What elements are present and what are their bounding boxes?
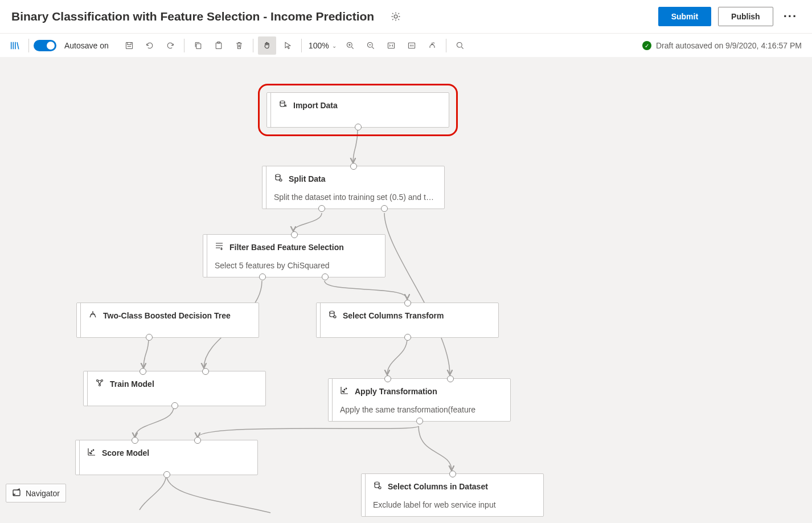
fit-icon[interactable] — [382, 36, 400, 55]
svg-point-12 — [280, 179, 282, 181]
node-title: Filter Based Feature Selection — [229, 243, 344, 252]
graph-icon — [95, 378, 104, 390]
node-train-model[interactable]: Train Model — [83, 371, 266, 406]
node-score-model[interactable]: Score Model — [75, 440, 258, 475]
publish-button[interactable]: Publish — [718, 7, 773, 26]
node-title: Split Data — [289, 174, 326, 183]
database-icon — [278, 100, 288, 111]
node-select-columns-in-dataset[interactable]: Select Columns in Dataset Exclude label … — [361, 473, 544, 517]
save-icon[interactable] — [120, 36, 138, 55]
gear-icon[interactable] — [387, 7, 405, 26]
redo-icon[interactable] — [161, 36, 179, 55]
node-title: Select Columns Transform — [343, 311, 444, 320]
node-title: Score Model — [102, 448, 149, 457]
svg-rect-3 — [216, 43, 222, 48]
svg-point-22 — [89, 452, 91, 453]
svg-rect-2 — [196, 44, 201, 49]
scatter-icon — [340, 386, 349, 397]
svg-point-20 — [346, 388, 347, 389]
svg-point-11 — [276, 174, 280, 177]
svg-point-21 — [343, 391, 345, 393]
node-subtitle: Exclude label for web service input — [370, 500, 535, 509]
navigator-label: Navigator — [26, 489, 60, 498]
header: Binary Classification with Feature Selec… — [0, 0, 812, 33]
node-title: Train Model — [110, 379, 154, 389]
database-gear-icon — [373, 481, 382, 492]
node-title: Select Columns in Dataset — [388, 482, 488, 491]
more-icon[interactable]: ··· — [780, 7, 801, 26]
svg-point-18 — [342, 391, 343, 392]
autolayout-icon[interactable] — [423, 36, 441, 55]
delete-icon[interactable] — [230, 36, 248, 55]
pipeline-canvas[interactable]: Import Data Split Data Split the dataset… — [0, 57, 812, 523]
node-two-class-bdt[interactable]: Two-Class Boosted Decision Tree — [76, 303, 259, 338]
scatter-icon — [87, 447, 96, 459]
node-subtitle: Apply the same transformation(feature — [337, 405, 502, 414]
svg-point-24 — [93, 450, 94, 451]
hand-icon[interactable] — [258, 36, 276, 55]
svg-point-9 — [457, 42, 462, 47]
node-import-data[interactable]: Import Data — [266, 92, 449, 128]
toolbar: Autosave on 100% — [0, 33, 812, 58]
zoom-level[interactable]: 100% ⌄ — [306, 41, 339, 50]
node-split-data[interactable]: Split Data Split the dataset into traini… — [262, 166, 445, 209]
node-apply-transformation[interactable]: Apply Transformation Apply the same tran… — [328, 378, 511, 422]
svg-rect-1 — [126, 42, 132, 48]
header-right: Submit Publish ··· — [658, 7, 801, 26]
page-title: Binary Classification with Feature Selec… — [11, 10, 374, 23]
node-filter-based-feature-selection[interactable]: Filter Based Feature Selection Select 5 … — [203, 234, 386, 277]
actual-size-icon[interactable] — [403, 36, 421, 55]
copy-icon[interactable] — [189, 36, 207, 55]
expand-icon — [12, 488, 21, 499]
svg-point-0 — [394, 15, 397, 18]
svg-point-26 — [375, 482, 379, 484]
svg-point-13 — [330, 311, 334, 313]
svg-point-10 — [280, 101, 285, 103]
zoom-out-icon[interactable] — [362, 36, 380, 55]
svg-point-23 — [91, 451, 92, 452]
zoom-in-icon[interactable] — [341, 36, 359, 55]
tree-icon — [88, 310, 97, 321]
zoom-value: 100% — [309, 41, 329, 50]
svg-rect-7 — [388, 43, 394, 48]
status-text: Draft autosaved on 9/9/2020, 4:16:57 PM — [656, 41, 802, 50]
svg-point-25 — [91, 453, 92, 454]
autosave-label: Autosave on — [64, 41, 109, 50]
submit-button[interactable]: Submit — [658, 7, 711, 26]
svg-point-19 — [344, 389, 345, 390]
check-icon: ✓ — [642, 41, 651, 50]
svg-point-27 — [379, 487, 381, 489]
autosave-toggle[interactable] — [34, 40, 56, 51]
autosave-status: ✓ Draft autosaved on 9/9/2020, 4:16:57 P… — [642, 41, 810, 50]
database-gear-icon — [328, 310, 337, 321]
node-select-columns-transform[interactable]: Select Columns Transform — [316, 303, 499, 338]
database-gear-icon — [274, 173, 283, 185]
node-subtitle: Split the dataset into training set (0.5… — [270, 193, 436, 202]
node-subtitle: Select 5 features by ChiSquared — [211, 261, 377, 270]
paste-icon[interactable] — [210, 36, 228, 55]
undo-icon[interactable] — [141, 36, 159, 55]
chevron-down-icon: ⌄ — [332, 43, 337, 49]
node-title: Apply Transformation — [355, 387, 437, 396]
header-left: Binary Classification with Feature Selec… — [11, 7, 405, 26]
svg-point-14 — [334, 316, 336, 318]
pointer-icon[interactable] — [278, 36, 297, 55]
node-title: Two-Class Boosted Decision Tree — [103, 311, 231, 320]
list-filter-icon — [215, 242, 224, 253]
library-icon[interactable] — [6, 36, 24, 55]
navigator-button[interactable]: Navigator — [6, 484, 66, 502]
node-title: Import Data — [293, 101, 338, 110]
search-icon[interactable] — [451, 36, 469, 55]
